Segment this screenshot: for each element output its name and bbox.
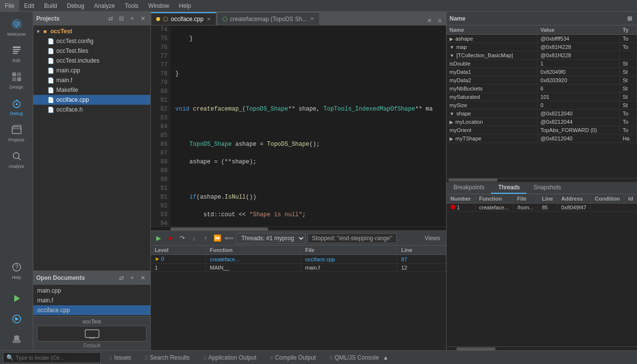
var-row-mynbbuckets[interactable]: myNbBuckets 6 St xyxy=(447,85,637,93)
open-docs-close-btn[interactable]: ✕ xyxy=(139,273,147,282)
bottom-tab-chevron[interactable]: ▲ xyxy=(383,354,389,361)
menu-analyze[interactable]: Analyze xyxy=(89,0,120,11)
menu-edit[interactable]: Edit xyxy=(19,0,39,11)
var-row-myorient[interactable]: myOrient TopAbs_FORWARD (0) To xyxy=(447,126,637,135)
help-icon: ? xyxy=(10,260,24,274)
var-type: St xyxy=(619,93,637,101)
projects-panel-actions: ⇄ ⊟ + ✕ xyxy=(106,14,147,23)
debug-step-over-btn[interactable]: ↷ xyxy=(177,233,187,243)
tab-createfacemap[interactable]: ⬡ createfacemap (TopoDS Sh... ✕ xyxy=(217,12,320,25)
open-doc-mainf[interactable]: main.f xyxy=(33,296,150,305)
tab-occiface-cpp[interactable]: ⬡ occiface.cpp ✕ xyxy=(151,12,216,25)
debug-step-out-btn[interactable]: ↑ xyxy=(201,233,211,243)
menu-file[interactable]: File xyxy=(0,0,19,11)
debug-continue-btn[interactable]: ⏩ xyxy=(212,233,222,243)
code-editor[interactable]: 74 75 76 77 77 78 79 80 81 82 83 84 85 8… xyxy=(151,25,446,227)
tab-action-close[interactable]: ✕ xyxy=(425,16,434,25)
sidebar-build-btn[interactable] xyxy=(2,330,31,349)
editor-hscroll[interactable] xyxy=(151,227,446,230)
projects-filter-btn[interactable]: ⊟ xyxy=(117,14,126,23)
debug-vars-hscroll[interactable] xyxy=(447,178,637,182)
bottom-tab-compile[interactable]: 4 Compile Output xyxy=(265,352,322,363)
main-layout: Qt Welcome Edit Design Debug Pr xyxy=(0,12,637,350)
views-btn[interactable]: Views xyxy=(422,234,443,243)
sidebar-item-projects[interactable]: Projects xyxy=(2,120,31,145)
var-row-mydata2[interactable]: myData2 0x8203920 St xyxy=(447,76,637,85)
menu-build[interactable]: Build xyxy=(39,0,62,11)
search-bar[interactable]: 🔍 xyxy=(3,352,101,363)
debug-step-in-btn[interactable]: ↓ xyxy=(189,233,199,243)
open-docs-list: main.cpp main.f occiface.cpp xyxy=(33,285,150,316)
sidebar-item-welcome[interactable]: Qt Welcome xyxy=(2,14,31,40)
sidebar-debug-run-btn[interactable] xyxy=(2,309,31,329)
tree-item-includes[interactable]: 📄 occTest.includes xyxy=(33,56,150,66)
thread-selector[interactable]: Threads: #1 myprog xyxy=(236,233,306,244)
debug-vars-expand-btn[interactable]: ⊞ xyxy=(625,14,634,23)
var-row-mylocation[interactable]: ▶myLocation @0x8212044 To xyxy=(447,118,637,126)
sidebar-item-design[interactable]: Design xyxy=(2,67,31,92)
open-docs-add-btn[interactable]: + xyxy=(128,273,137,282)
bottom-tab-search-results[interactable]: 2 Search Results xyxy=(140,352,195,363)
locate-input[interactable] xyxy=(16,355,94,361)
sidebar-item-edit[interactable]: Edit xyxy=(2,41,31,66)
var-row-map[interactable]: ▼map @0x81f4228 To xyxy=(447,43,637,51)
thread-row-1[interactable]: 1 createface... /hom... 85 0x8049f47 xyxy=(447,203,637,211)
debug-stop-btn[interactable]: ■ xyxy=(165,233,175,243)
projects-close-btn[interactable]: ✕ xyxy=(139,14,147,23)
tree-root-occtest[interactable]: ▼ ■ occTest xyxy=(33,26,150,36)
var-row-mydata1[interactable]: myData1 0x82049f0 St xyxy=(447,68,637,76)
bottom-tab-qml[interactable]: 5 QML/JS Console ▲ xyxy=(324,352,394,363)
th-id: Id xyxy=(624,194,637,204)
stack-row-1[interactable]: 1 MAIN__ main.f 12 xyxy=(151,264,446,272)
sidebar-item-help[interactable]: ? Help xyxy=(2,257,31,283)
code-content[interactable]: } } void createfacemap_(TopoDS_Shape** s… xyxy=(170,25,446,227)
var-row-shape[interactable]: ▼shape @0x8212040 To xyxy=(447,110,637,118)
menu-window[interactable]: Window xyxy=(143,0,174,11)
projects-add-btn[interactable]: + xyxy=(128,14,137,23)
tree-item-files[interactable]: 📄 occTest.files xyxy=(33,46,150,56)
tree-item-maincpp[interactable]: 📄 main.cpp xyxy=(33,66,150,75)
sidebar-item-analyze[interactable]: Analyze xyxy=(2,146,31,172)
tree-item-mainf[interactable]: 📄 main.f xyxy=(33,75,150,85)
svg-marker-22 xyxy=(14,335,19,340)
threads-hscroll-thumb xyxy=(456,347,495,350)
open-doc-maincpp[interactable]: main.cpp xyxy=(33,286,150,296)
var-row-mytshape[interactable]: ▶myTShape @0x8212040 Ha xyxy=(447,135,637,143)
tab-close-btn[interactable]: ✕ xyxy=(207,16,211,23)
bottom-tab-app-output[interactable]: 3 Application Output xyxy=(198,352,261,363)
menu-help[interactable]: Help xyxy=(174,0,196,11)
bp-tab-snapshots[interactable]: Snapshots xyxy=(526,182,568,194)
var-row-tbasicmap[interactable]: ▼[TCollection_BasicMap] @0x81f4228 xyxy=(447,51,637,60)
tree-item-occiface-cpp[interactable]: 📄 occiface.cpp xyxy=(33,95,150,105)
device-selector[interactable] xyxy=(37,326,146,341)
bp-tab-breakpoints[interactable]: Breakpoints xyxy=(447,182,491,194)
debug-back-btn[interactable]: ⟸ xyxy=(224,233,234,243)
var-row-ashape[interactable]: ▶ashape @0xbffff534 To xyxy=(447,35,637,43)
bottom-tab-issues[interactable]: 1 Issues xyxy=(104,352,137,363)
tree-item-makefile[interactable]: 📄 Makefile xyxy=(33,85,150,95)
stack-row-0[interactable]: ➤0 createface... occiface.cpp 87 xyxy=(151,255,446,264)
open-docs-sync-btn[interactable]: ⇄ xyxy=(117,273,126,282)
open-docs-actions: ⇄ + ✕ xyxy=(117,273,147,282)
var-row-mysize[interactable]: mySize 0 St xyxy=(447,101,637,110)
projects-sync-btn[interactable]: ⇄ xyxy=(106,14,115,23)
var-type: To xyxy=(619,43,637,51)
threads-hscroll[interactable] xyxy=(447,346,637,350)
var-value: @0x81f4228 xyxy=(537,51,619,60)
tree-item-occiface-h[interactable]: 📄 occiface.h xyxy=(33,105,150,114)
open-doc-occiface[interactable]: occiface.cpp xyxy=(33,305,150,315)
tab-close-btn2[interactable]: ✕ xyxy=(310,16,314,22)
bp-tab-threads[interactable]: Threads xyxy=(491,182,526,194)
tab-action-menu[interactable]: ≡ xyxy=(435,16,444,25)
menu-debug[interactable]: Debug xyxy=(62,0,89,11)
sidebar-run-btn[interactable] xyxy=(2,289,31,308)
tree-expand-arrow[interactable]: ▼ xyxy=(35,29,41,34)
th-type: Ty xyxy=(619,25,637,35)
debug-start-btn[interactable]: ▶ xyxy=(154,233,164,243)
sidebar-item-debug[interactable]: Debug xyxy=(2,93,31,119)
menu-tools[interactable]: Tools xyxy=(120,0,143,11)
var-row-mysaturated[interactable]: mySaturated 101 St xyxy=(447,93,637,101)
search-icon: 🔍 xyxy=(6,354,14,361)
var-row-isdouble[interactable]: isDouble 1 St xyxy=(447,60,637,68)
tree-item-config[interactable]: 📄 occTest.config xyxy=(33,36,150,46)
